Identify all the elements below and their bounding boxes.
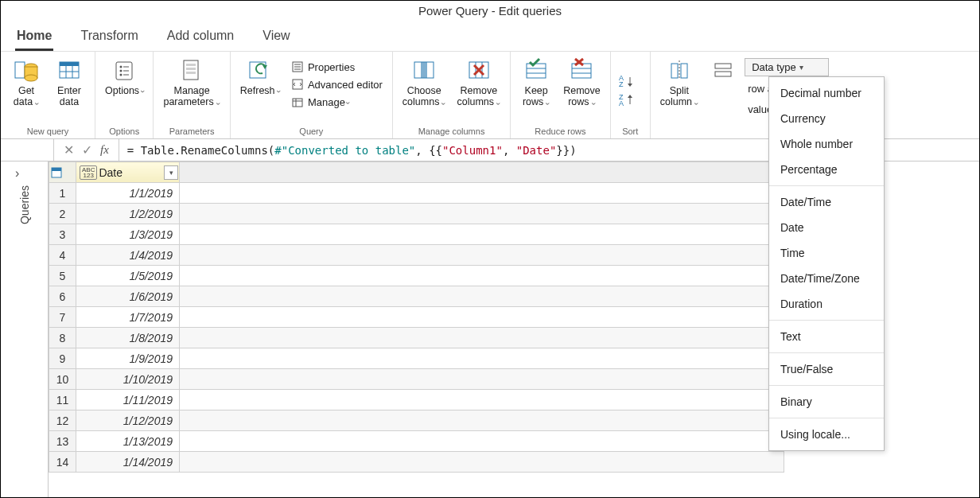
cell-date[interactable]: 1/3/2019: [76, 224, 180, 245]
manage-parameters-button[interactable]: Manage parameters: [158, 55, 224, 110]
dropdown-item-percentage[interactable]: Percentage: [769, 157, 884, 182]
tab-view[interactable]: View: [261, 24, 291, 51]
formula-col-to: "Date": [516, 144, 557, 157]
cell-date[interactable]: 1/6/2019: [76, 286, 180, 307]
queries-pane-label: Queries: [18, 185, 31, 224]
cell-date[interactable]: 1/1/2019: [76, 183, 180, 204]
sort-desc-button[interactable]: ZA: [616, 91, 636, 108]
dropdown-item-truefalse[interactable]: True/False: [769, 356, 884, 382]
cell-date[interactable]: 1/9/2019: [76, 348, 180, 369]
column-header-date[interactable]: ABC123 Date ▾: [76, 162, 180, 183]
table-row[interactable]: 41/4/2019: [49, 245, 784, 266]
column-filter-button[interactable]: ▾: [164, 165, 178, 180]
enter-data-button[interactable]: Enter data: [49, 55, 90, 109]
cell-date[interactable]: 1/10/2019: [76, 369, 180, 390]
dropdown-item-whole-number[interactable]: Whole number: [769, 131, 884, 157]
row-number[interactable]: 11: [49, 390, 76, 410]
table-row[interactable]: 81/8/2019: [49, 328, 784, 348]
advanced-editor-label: Advanced editor: [308, 79, 383, 91]
data-type-button[interactable]: Data type ▾: [745, 58, 829, 76]
table-row[interactable]: 141/14/2019: [49, 452, 784, 473]
row-number[interactable]: 10: [49, 369, 76, 390]
dropdown-item-currency[interactable]: Currency: [769, 106, 884, 131]
table-row[interactable]: 121/12/2019: [49, 410, 784, 431]
group-new-query: Get data Enter data New query: [1, 52, 95, 138]
svg-point-12: [120, 70, 122, 72]
cell-date[interactable]: 1/11/2019: [76, 390, 180, 410]
refresh-icon: [246, 56, 273, 84]
row-number[interactable]: 5: [49, 266, 76, 286]
cell-date[interactable]: 1/14/2019: [76, 452, 180, 473]
options-button[interactable]: Options: [100, 55, 148, 99]
cell-date[interactable]: 1/13/2019: [76, 431, 180, 452]
cancel-formula-icon[interactable]: ✕: [64, 142, 74, 158]
dropdown-item-time[interactable]: Time: [769, 240, 884, 266]
dropdown-separator: [769, 418, 884, 418]
table-row[interactable]: 21/2/2019: [49, 204, 784, 224]
dropdown-item-duration[interactable]: Duration: [769, 291, 884, 317]
row-number[interactable]: 1: [49, 183, 76, 204]
cell-date[interactable]: 1/12/2019: [76, 410, 180, 431]
table-row[interactable]: 131/13/2019: [49, 431, 784, 452]
tab-add-column[interactable]: Add column: [165, 24, 236, 51]
dropdown-item-binary[interactable]: Binary: [769, 389, 884, 414]
row-number[interactable]: 7: [49, 307, 76, 328]
tab-home[interactable]: Home: [15, 24, 53, 51]
table-row[interactable]: 51/5/2019: [49, 266, 784, 286]
column-type-icon[interactable]: ABC123: [80, 165, 97, 180]
cell-date[interactable]: 1/7/2019: [76, 307, 180, 328]
dropdown-separator: [769, 352, 884, 353]
row-number[interactable]: 14: [49, 452, 76, 473]
cell-empty: [180, 348, 784, 369]
cell-date[interactable]: 1/4/2019: [76, 245, 180, 266]
cell-date[interactable]: 1/5/2019: [76, 266, 180, 286]
row-number[interactable]: 6: [49, 286, 76, 307]
dropdown-item-datetimezone[interactable]: Date/Time/Zone: [769, 266, 884, 291]
tab-transform[interactable]: Transform: [79, 24, 139, 51]
refresh-button[interactable]: Refresh: [235, 55, 284, 99]
dropdown-item-decimal[interactable]: Decimal number: [769, 80, 884, 106]
svg-rect-18: [186, 68, 196, 70]
dropdown-item-date[interactable]: Date: [769, 215, 884, 240]
parameters-icon: [178, 56, 205, 84]
row-number[interactable]: 4: [49, 245, 76, 266]
advanced-editor-button[interactable]: Advanced editor: [287, 76, 386, 93]
row-number[interactable]: 9: [49, 348, 76, 369]
row-number[interactable]: 2: [49, 204, 76, 224]
row-number[interactable]: 12: [49, 410, 76, 431]
svg-rect-17: [186, 64, 196, 66]
formula-text[interactable]: = Table.RenameColumns(#"Converted to tab…: [119, 144, 577, 157]
sort-asc-button[interactable]: AZ: [616, 72, 636, 89]
properties-button[interactable]: Properties: [287, 58, 386, 76]
expand-queries-icon[interactable]: ›: [15, 166, 19, 181]
fx-icon[interactable]: fx: [100, 143, 109, 157]
table-row[interactable]: 71/7/2019: [49, 307, 784, 328]
dropdown-item-datetime[interactable]: Date/Time: [769, 189, 884, 215]
keep-rows-button[interactable]: Keep rows: [515, 55, 557, 110]
table-row[interactable]: 91/9/2019: [49, 348, 784, 369]
cell-empty: [180, 410, 784, 431]
cell-date[interactable]: 1/2/2019: [76, 204, 180, 224]
table-row[interactable]: 31/3/2019: [49, 224, 784, 245]
commit-formula-icon[interactable]: ✓: [82, 142, 92, 158]
cell-date[interactable]: 1/8/2019: [76, 328, 180, 348]
dropdown-separator: [769, 385, 884, 386]
table-row[interactable]: 111/11/2019: [49, 390, 784, 410]
row-header-corner[interactable]: [49, 162, 76, 183]
group-by-button[interactable]: [705, 55, 741, 87]
choose-columns-button[interactable]: Choose columns: [398, 55, 451, 110]
remove-columns-button[interactable]: Remove columns: [453, 55, 506, 110]
table-row[interactable]: 11/1/2019: [49, 183, 784, 204]
manage-button[interactable]: Manage: [287, 93, 386, 111]
table-row[interactable]: 101/10/2019: [49, 369, 784, 390]
split-column-button[interactable]: Split column: [655, 55, 703, 110]
choose-columns-icon: [410, 56, 438, 84]
row-number[interactable]: 8: [49, 328, 76, 348]
table-row[interactable]: 61/6/2019: [49, 286, 784, 307]
dropdown-item-text[interactable]: Text: [769, 324, 884, 349]
dropdown-item-locale[interactable]: Using locale...: [769, 422, 884, 447]
row-number[interactable]: 3: [49, 224, 76, 245]
row-number[interactable]: 13: [49, 431, 76, 452]
remove-rows-button[interactable]: Remove rows: [558, 55, 605, 110]
get-data-button[interactable]: Get data: [6, 55, 47, 110]
